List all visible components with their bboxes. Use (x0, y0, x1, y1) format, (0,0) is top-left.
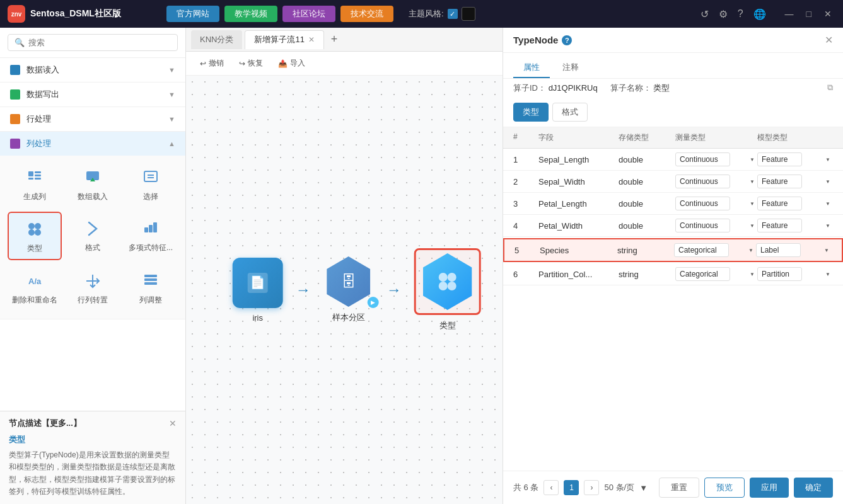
theme-dark-option[interactable] (462, 7, 475, 21)
sidebar-item-select[interactable]: 选择 (124, 161, 178, 208)
row4-measure-select[interactable]: ContinuousCategoricalFlagOrdinal (675, 219, 730, 232)
flow-container: 📄 iris → 🗄 ▶ 样本分区 → (233, 248, 481, 331)
row3-field: Petal_Length (538, 199, 619, 209)
help-icon[interactable]: ? (738, 8, 743, 20)
share-icon[interactable]: ⚙ (719, 8, 728, 20)
svg-point-9 (28, 223, 35, 229)
sidebar-item-poly[interactable]: 多项式特征... (124, 212, 178, 260)
sidebar-item-type[interactable]: 类型 (8, 212, 62, 260)
window-controls: — □ ✕ (781, 8, 835, 20)
confirm-button[interactable]: 确定 (794, 478, 833, 498)
tab-new-flow-close-icon[interactable]: ✕ (308, 35, 315, 44)
sidebar-group-rowproc-header[interactable]: 行处理 ▼ (0, 107, 185, 131)
nav-forum-button[interactable]: 社区论坛 (282, 6, 335, 22)
sidebar-group-dataout-header[interactable]: 数据写出 ▼ (0, 83, 185, 106)
row5-measure-select[interactable]: ContinuousCategoricalFlagOrdinal (674, 243, 729, 257)
flow-canvas[interactable]: 📄 iris → 🗄 ▶ 样本分区 → (186, 76, 503, 504)
row1-measure-wrapper: ContinuousCategoricalFlagOrdinal (675, 152, 757, 166)
sidebar-group-colproc-header[interactable]: 列处理 ▲ (0, 132, 185, 156)
panel-subtab-type[interactable]: 类型 (513, 103, 549, 122)
row3-storage: double (619, 199, 675, 209)
nav-tech-button[interactable]: 技术交流 (340, 6, 393, 22)
flow-node-type[interactable]: 类型 (414, 248, 481, 331)
rowproc-icon (10, 114, 20, 124)
row5-model-select[interactable]: FeatureLabelPartitionNone (756, 243, 801, 257)
sidebar-item-gencol[interactable]: 生成列 (8, 161, 62, 208)
panel-close-button[interactable]: ✕ (825, 34, 833, 46)
undo-button[interactable]: ↩ 撤销 (194, 55, 230, 71)
page-prev-button[interactable]: ‹ (544, 480, 559, 495)
search-input[interactable] (28, 38, 171, 47)
row2-measure-select[interactable]: ContinuousCategoricalFlagOrdinal (675, 175, 730, 188)
panel-subtab-format[interactable]: 格式 (552, 103, 588, 122)
algo-id-label: 算子ID： dJ1QPIKRUq (513, 83, 598, 94)
row3-model-select[interactable]: FeatureLabelPartitionNone (757, 197, 802, 210)
redo-button[interactable]: ↪ 恢复 (233, 55, 269, 71)
sidebar-item-rowproc-label: 行处理 (26, 113, 162, 125)
minimize-button[interactable]: — (781, 8, 798, 20)
theme-checkbox[interactable] (448, 9, 458, 19)
panel-tab-notes[interactable]: 注释 (552, 58, 589, 78)
row5-measure-wrapper: ContinuousCategoricalFlagOrdinal (674, 243, 756, 257)
page-next-button[interactable]: › (584, 480, 599, 495)
sidebar-item-arrayload[interactable]: 数组载入 (66, 161, 120, 208)
sidebar-item-colproc-label: 列处理 (26, 138, 162, 149)
sidebar-group-colproc: 列处理 ▲ 生成列 (0, 132, 185, 319)
tab-knn-label: KNN分类 (200, 34, 233, 45)
panel-algo-info: 算子ID： dJ1QPIKRUq 算子名称： 类型 ⧉ (503, 79, 843, 98)
row1-model-select[interactable]: FeatureLabelPartitionNone (757, 152, 802, 166)
flow-node-partition[interactable]: 🗄 ▶ 样本分区 (323, 256, 374, 323)
gencol-icon (23, 166, 46, 189)
arrayload-label: 数组载入 (78, 192, 108, 202)
maximize-button[interactable]: □ (803, 8, 815, 20)
reset-button[interactable]: 重置 (659, 478, 699, 498)
tab-knn[interactable]: KNN分类 (191, 30, 242, 49)
row4-model-wrapper: FeatureLabelPartitionNone (757, 219, 833, 232)
col-header-model: 模型类型 (757, 132, 833, 143)
row1-measure-select[interactable]: ContinuousCategoricalFlagOrdinal (675, 152, 730, 166)
svg-rect-0 (28, 171, 33, 176)
close-button[interactable]: ✕ (820, 8, 835, 20)
svg-text:A/a: A/a (28, 277, 42, 286)
preview-button[interactable]: 预览 (704, 478, 745, 498)
copy-icon[interactable]: ⧉ (827, 83, 833, 94)
sidebar-item-transpose[interactable]: 行列转置 (66, 264, 120, 311)
row1-storage: double (619, 155, 675, 164)
tab-new-flow[interactable]: 新增算子流11 ✕ (245, 30, 323, 49)
row6-storage: string (619, 270, 675, 279)
import-button[interactable]: 📤 导入 (272, 55, 311, 71)
globe-icon[interactable]: 🌐 (753, 8, 766, 20)
sidebar-item-format[interactable]: 格式 (66, 212, 120, 260)
panel-title-area: TypeNode ? (513, 35, 572, 45)
row4-model-select[interactable]: FeatureLabelPartitionNone (757, 219, 802, 232)
row2-field: Sepal_Width (538, 177, 619, 186)
svg-point-28 (448, 282, 456, 290)
sidebar-item-coladj[interactable]: 列调整 (124, 264, 178, 311)
row6-measure-select[interactable]: ContinuousCategoricalFlagOrdinal (675, 267, 730, 281)
row6-model-select[interactable]: FeatureLabelPartitionNone (757, 267, 802, 281)
apply-button[interactable]: 应用 (750, 478, 789, 498)
node-desc-close-button[interactable]: ✕ (169, 418, 177, 428)
page-1-button[interactable]: 1 (564, 480, 579, 495)
svg-text:🗄: 🗄 (341, 273, 356, 290)
refresh-icon[interactable]: ↺ (701, 8, 709, 20)
theme-selector: 主题风格: (409, 7, 475, 21)
sidebar-group-datain-header[interactable]: 数据读入 ▼ (0, 58, 185, 82)
type-node-shape (419, 253, 476, 310)
row2-model-select[interactable]: FeatureLabelPartitionNone (757, 175, 802, 188)
transpose-label: 行列转置 (78, 295, 108, 306)
total-count: 共 6 条 (513, 482, 538, 493)
row3-measure-select[interactable]: ContinuousCategoricalFlagOrdinal (675, 197, 730, 210)
panel-help-button[interactable]: ? (562, 35, 572, 45)
panel-tab-properties[interactable]: 属性 (513, 58, 550, 78)
row2-index: 2 (513, 177, 538, 186)
data-table: # 字段 存储类型 测量类型 模型类型 1 Sepal_Length doubl… (503, 127, 843, 471)
tab-add-button[interactable]: + (327, 32, 342, 47)
svg-rect-19 (144, 275, 157, 277)
flow-node-iris[interactable]: 📄 iris (233, 258, 283, 323)
poly-icon (139, 217, 162, 240)
colproc-content: 生成列 数组载入 选择 (0, 156, 185, 319)
nav-video-button[interactable]: 教学视频 (224, 6, 277, 22)
sidebar-item-rename[interactable]: A/a 删除和重命名 (8, 264, 62, 311)
nav-official-button[interactable]: 官方网站 (166, 6, 219, 22)
